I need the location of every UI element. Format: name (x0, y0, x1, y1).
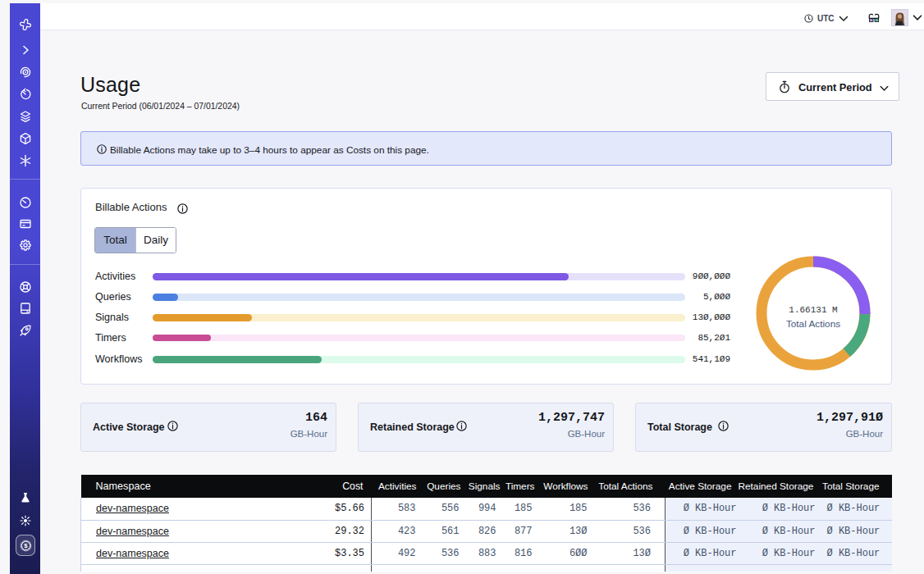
svg-text:Total Actions: Total Actions (786, 318, 840, 330)
svg-text:$: $ (24, 542, 28, 549)
svg-text:1.66131 M: 1.66131 M (789, 305, 837, 315)
